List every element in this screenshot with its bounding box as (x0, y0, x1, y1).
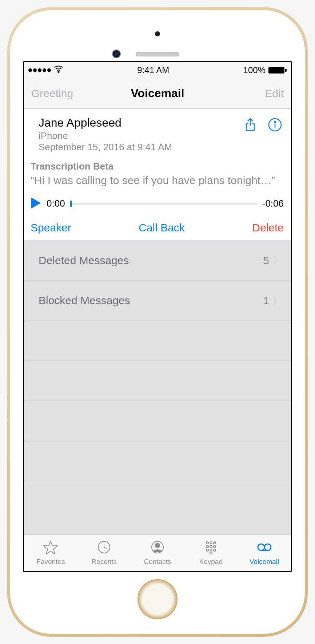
audio-player: 0:00 -0:06 (31, 197, 284, 211)
transcription-text: “Hi I was calling to see if you have pla… (31, 174, 284, 187)
message-folders-list: Deleted Messages 5 〉 Blocked Messages 1 … (24, 241, 291, 535)
voicemail-entry: Jane Appleseed iPhone September 15, 2016… (24, 109, 291, 241)
chevron-right-icon: 〉 (273, 254, 282, 267)
deleted-messages-row[interactable]: Deleted Messages 5 〉 (24, 241, 291, 281)
speaker-grill (136, 52, 179, 56)
keypad-icon (203, 540, 219, 556)
playback-time-start: 0:00 (47, 198, 65, 209)
svg-point-5 (155, 543, 160, 548)
svg-point-14 (214, 549, 216, 551)
empty-row (24, 441, 291, 481)
info-icon[interactable] (268, 118, 282, 134)
tab-label: Favorites (36, 558, 65, 566)
tab-recents[interactable]: Recents (77, 535, 131, 571)
edit-button[interactable]: Edit (236, 87, 284, 100)
play-icon[interactable] (31, 197, 41, 211)
speaker-button[interactable]: Speaker (31, 222, 71, 234)
empty-row (24, 361, 291, 401)
voicemail-icon (256, 540, 272, 556)
list-label: Blocked Messages (39, 294, 130, 307)
svg-point-9 (206, 545, 208, 548)
blocked-count: 1 (263, 294, 269, 307)
transcription-label: Transcription Beta (31, 161, 284, 172)
voicemail-date: September 15, 2016 at 9:41 AM (39, 142, 172, 153)
star-icon (43, 540, 59, 556)
front-camera (112, 49, 121, 58)
battery-percent: 100% (243, 65, 266, 75)
svg-point-15 (210, 553, 212, 554)
delete-button[interactable]: Delete (252, 222, 284, 234)
empty-row (24, 401, 291, 441)
tab-label: Contacts (144, 558, 171, 566)
device-frame: 9:41 AM 100% Greeting Voicemail Edit (7, 7, 308, 637)
tab-favorites[interactable]: Favorites (24, 535, 77, 571)
svg-point-16 (258, 544, 264, 550)
svg-point-2 (275, 122, 276, 123)
svg-point-17 (264, 544, 271, 550)
tab-contacts[interactable]: Contacts (131, 535, 184, 571)
status-time: 9:41 AM (137, 65, 169, 75)
svg-point-13 (210, 549, 212, 551)
person-icon (149, 540, 166, 556)
sensor-dot (155, 31, 160, 36)
tab-voicemail[interactable]: Voicemail (238, 535, 291, 571)
caller-source: iPhone (39, 130, 172, 142)
svg-point-10 (210, 545, 212, 548)
home-button[interactable] (137, 579, 178, 619)
greeting-button[interactable]: Greeting (31, 87, 79, 100)
page-title: Voicemail (131, 87, 184, 100)
scrubber-track[interactable] (70, 203, 257, 205)
scrubber-thumb[interactable] (70, 200, 72, 207)
share-icon[interactable] (243, 118, 258, 134)
deleted-count: 5 (263, 254, 269, 267)
svg-point-8 (214, 542, 216, 544)
nav-bar: Greeting Voicemail Edit (24, 78, 291, 109)
tab-label: Keypad (199, 558, 223, 566)
blocked-messages-row[interactable]: Blocked Messages 1 〉 (24, 281, 291, 321)
wifi-icon (54, 64, 63, 76)
tab-label: Recents (91, 558, 117, 566)
screen: 9:41 AM 100% Greeting Voicemail Edit (23, 61, 292, 572)
list-label: Deleted Messages (39, 254, 129, 267)
clock-icon (96, 540, 112, 556)
tab-keypad[interactable]: Keypad (184, 535, 238, 571)
call-back-button[interactable]: Call Back (139, 222, 185, 234)
svg-point-7 (210, 542, 212, 544)
tab-label: Voicemail (250, 558, 279, 566)
signal-strength-icon (28, 68, 51, 72)
device-bezel: 9:41 AM 100% Greeting Voicemail Edit (10, 10, 305, 634)
svg-point-0 (58, 71, 59, 72)
chevron-right-icon: 〉 (273, 294, 282, 307)
battery-icon (268, 67, 287, 73)
status-bar: 9:41 AM 100% (24, 62, 291, 78)
empty-row (24, 321, 291, 361)
playback-time-remaining: -0:06 (262, 198, 284, 209)
svg-point-12 (206, 549, 208, 551)
svg-point-6 (206, 542, 208, 544)
tab-bar: Favorites Recents (24, 534, 291, 571)
caller-name: Jane Appleseed (39, 116, 172, 130)
svg-point-11 (214, 545, 216, 548)
